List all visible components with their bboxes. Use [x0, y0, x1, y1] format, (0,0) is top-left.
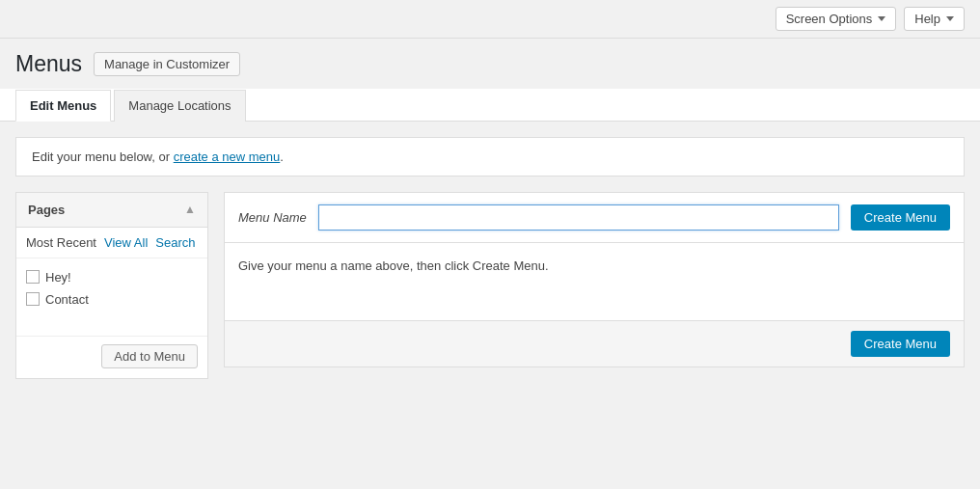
- help-chevron-icon: [946, 16, 954, 21]
- subtab-view-all[interactable]: View All: [104, 235, 148, 250]
- add-to-menu-area: Add to Menu: [16, 336, 207, 378]
- main-content: Edit your menu below, or create a new me…: [0, 122, 980, 394]
- content-area: Pages ▲ Most Recent View All Search Hey!…: [15, 192, 965, 379]
- menu-panel: Menu Name Create Menu Give your menu a n…: [224, 192, 965, 367]
- contact-checkbox[interactable]: [26, 292, 40, 306]
- tab-edit-menus[interactable]: Edit Menus: [15, 90, 111, 122]
- menu-instructions: Give your menu a name above, then click …: [225, 243, 964, 320]
- sort-icon[interactable]: ▲: [184, 203, 196, 216]
- panel-subtabs: Most Recent View All Search: [16, 228, 207, 258]
- tabs-container: Edit Menus Manage Locations: [0, 89, 980, 122]
- menu-name-row: Menu Name Create Menu: [225, 193, 964, 243]
- info-bar: Edit your menu below, or create a new me…: [15, 137, 965, 177]
- tab-manage-locations[interactable]: Manage Locations: [114, 90, 245, 122]
- hey-label: Hey!: [45, 270, 71, 285]
- contact-label: Contact: [45, 292, 89, 307]
- page-title: Menus: [15, 50, 82, 79]
- tabs: Edit Menus Manage Locations: [15, 89, 965, 121]
- list-item: Contact: [26, 288, 198, 311]
- create-menu-button-top[interactable]: Create Menu: [851, 204, 950, 231]
- subtab-search[interactable]: Search: [155, 235, 195, 250]
- hey-checkbox[interactable]: [26, 270, 40, 284]
- help-label: Help: [914, 12, 940, 26]
- list-item: Hey!: [26, 266, 198, 288]
- help-button[interactable]: Help: [904, 7, 965, 31]
- page-header: Menus Manage in Customizer: [0, 39, 980, 89]
- add-to-menu-button[interactable]: Add to Menu: [101, 344, 198, 368]
- info-text-before: Edit your menu below, or: [32, 149, 174, 164]
- create-menu-button-bottom[interactable]: Create Menu: [851, 331, 950, 357]
- pages-panel-header: Pages ▲: [16, 193, 207, 228]
- pages-panel-title: Pages: [28, 203, 65, 217]
- screen-options-chevron-icon: [878, 16, 885, 21]
- top-bar: Screen Options Help: [0, 0, 980, 39]
- manage-in-customizer-button[interactable]: Manage in Customizer: [94, 52, 240, 76]
- menu-name-label: Menu Name: [238, 210, 307, 225]
- menu-instructions-text: Give your menu a name above, then click …: [238, 258, 549, 273]
- menu-bottom-actions: Create Menu: [225, 320, 964, 367]
- menu-name-input[interactable]: [318, 204, 839, 231]
- pages-panel: Pages ▲ Most Recent View All Search Hey!…: [15, 192, 208, 379]
- create-new-menu-link[interactable]: create a new menu: [174, 149, 281, 164]
- screen-options-label: Screen Options: [786, 12, 873, 26]
- subtab-most-recent[interactable]: Most Recent: [26, 235, 96, 250]
- screen-options-button[interactable]: Screen Options: [776, 7, 897, 31]
- info-text-after: .: [280, 149, 284, 164]
- items-list: Hey! Contact: [16, 258, 207, 336]
